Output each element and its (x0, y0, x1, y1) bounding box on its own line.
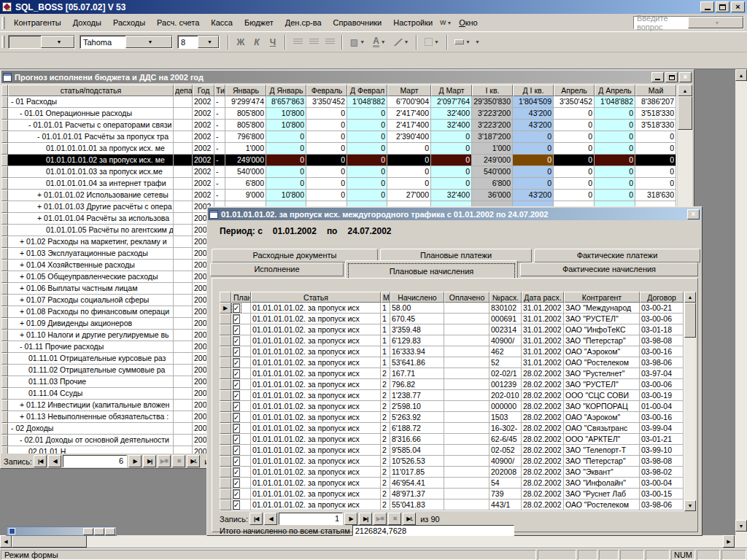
doc-number-cell[interactable]: 202-010 (489, 390, 522, 401)
row-selector[interactable] (1, 435, 8, 446)
row-selector[interactable] (220, 368, 231, 379)
article-cell[interactable]: + 01.13 Невыполненные обязяательства : (8, 411, 174, 423)
month-cell[interactable]: 2 (381, 379, 390, 390)
type-cell[interactable]: - (214, 190, 225, 201)
paid-cell[interactable] (444, 346, 489, 357)
value-cell[interactable]: 27'000 (387, 190, 431, 201)
value-cell[interactable]: 3'518'330 (635, 120, 676, 131)
row-selector[interactable] (220, 401, 231, 412)
align-left-button[interactable] (290, 35, 306, 50)
department-cell[interactable] (174, 120, 193, 131)
column-header[interactable]: Год (193, 85, 214, 96)
plan-cell[interactable]: ✓ (231, 379, 251, 390)
contractor-cell[interactable]: ЗАО "Петерстар" (564, 456, 640, 467)
nav-first-button[interactable]: |◀ (249, 513, 263, 525)
month-cell[interactable]: 2 (381, 401, 390, 412)
year-cell[interactable]: 2002 (193, 166, 214, 178)
year-cell[interactable]: 2002 (193, 120, 214, 131)
row-selector[interactable] (220, 478, 231, 489)
contractor-cell[interactable]: ЗАО "Инфолайн" (564, 478, 640, 489)
grid-row[interactable]: + 01.01.01.02 Использование сетевы2002-9… (1, 190, 677, 201)
doc-date-cell[interactable]: 28.02.2002 (522, 489, 564, 499)
contractor-cell[interactable]: ЗАО "Телепорт-Т (564, 445, 640, 456)
month-cell[interactable]: 2 (381, 478, 390, 489)
row-selector[interactable] (220, 434, 231, 445)
plan-cell[interactable]: ✓ (231, 445, 251, 456)
type-cell[interactable]: - (214, 155, 225, 166)
chevron-down-icon[interactable]: ▼ (125, 36, 172, 48)
month-cell[interactable]: 1 (381, 303, 390, 314)
department-cell[interactable] (174, 400, 193, 411)
nav-go-filter-button[interactable]: ▶!. (403, 513, 416, 525)
value-cell[interactable]: 0 (595, 131, 635, 143)
contract-cell[interactable]: 03-00-06 (640, 314, 684, 324)
accrued-cell[interactable]: 10'526.53 (390, 456, 444, 467)
department-cell[interactable] (174, 236, 193, 248)
row-selector[interactable] (1, 423, 8, 435)
paid-cell[interactable] (444, 412, 489, 423)
row-selector[interactable] (1, 108, 8, 120)
article-cell[interactable]: 01.01.01.01.02. за пропуск исх (251, 357, 381, 368)
paid-cell[interactable] (444, 314, 489, 324)
value-cell[interactable]: 0 (554, 178, 595, 190)
contractor-cell[interactable]: ЗАО "РУСТЕЛ" (564, 314, 640, 324)
checkbox-checked-icon[interactable]: ✓ (233, 325, 240, 335)
column-header[interactable]: Февраль (306, 85, 347, 96)
value-cell[interactable]: 249'000 (472, 155, 513, 166)
close-button[interactable]: × (731, 1, 745, 12)
value-cell[interactable]: 0 (306, 120, 347, 131)
month-cell[interactable]: 1 (381, 324, 390, 335)
chevron-down-icon[interactable]: ▼ (688, 17, 743, 28)
month-cell[interactable]: 1 (381, 335, 390, 346)
table-row[interactable]: ✓01.01.01.01.02. за пропуск исх116'333.9… (220, 346, 684, 357)
article-cell[interactable]: 01.11.01 Отрицательные курсовые раз (8, 353, 174, 365)
value-cell[interactable]: 36'000 (472, 190, 513, 201)
scroll-right-icon[interactable]: ▶ (723, 535, 735, 548)
word-publish-icon[interactable]: W▼ (438, 17, 453, 28)
minimize-button[interactable] (700, 1, 714, 12)
table-row[interactable]: ✓01.01.01.01.02. за пропуск исх22'598.10… (220, 401, 684, 412)
table-row[interactable]: ✓01.01.01.01.02. за пропуск исх16'129.83… (220, 335, 684, 346)
column-header[interactable]: Апрель (554, 85, 595, 96)
nav-next-button[interactable]: ▶ (128, 455, 142, 467)
checkbox-checked-icon[interactable]: ✓ (233, 456, 240, 466)
chevron-down-icon[interactable]: ▼ (198, 36, 219, 48)
value-cell[interactable]: 0 (306, 155, 347, 166)
value-cell[interactable]: 0 (266, 131, 306, 143)
table-row[interactable]: ✓01.01.01.01.02. за пропуск исх248'971.3… (220, 489, 684, 499)
nav-first-button[interactable]: |◀ (34, 455, 47, 467)
accrued-cell[interactable]: 55'041.83 (390, 499, 444, 510)
year-cell[interactable]: 2002 (193, 96, 214, 108)
accrued-cell[interactable]: 46'954.41 (390, 478, 444, 489)
article-cell[interactable]: - 01 Расходы (8, 96, 174, 108)
department-cell[interactable] (174, 295, 193, 306)
contractor-cell[interactable]: ОАО "Ростелеком (564, 357, 640, 368)
month-cell[interactable]: 2 (381, 489, 390, 499)
doc-number-cell[interactable]: 830102 (489, 303, 522, 314)
table-row[interactable]: ✓01.01.01.01.02. за пропуск исх28'316.66… (220, 434, 684, 445)
column-header[interactable]: Май (635, 85, 676, 96)
department-cell[interactable] (174, 306, 193, 318)
article-cell[interactable]: 01.01.01.01.02. за пропуск исх (251, 346, 381, 357)
contractor-cell[interactable]: ОАО "Связьтранс (564, 423, 640, 434)
contractor-cell[interactable]: ОАО "Аэроком" (564, 412, 640, 423)
restore-button[interactable] (716, 1, 729, 12)
column-header[interactable]: Д I кв. (513, 85, 554, 96)
doc-date-cell[interactable]: 28.02.2002 (522, 368, 564, 379)
grid-row[interactable]: 01.01.01.01.02 за пропуск исх. ме2002-24… (1, 155, 677, 166)
chevron-down-icon[interactable]: ▼ (41, 36, 74, 48)
column-header[interactable]: Ти (214, 85, 225, 96)
article-cell[interactable]: 01.11.04 Ссуды (8, 388, 174, 400)
contract-cell[interactable]: 03-00-19 (640, 390, 684, 401)
contract-cell[interactable]: 03-00-16 (640, 346, 684, 357)
article-cell[interactable]: - 02 Доходы (8, 423, 174, 435)
total-field[interactable]: 2126824,7628 (352, 525, 514, 536)
article-cell[interactable]: + 01.09 Дивиденды акционеров (8, 318, 174, 330)
value-cell[interactable]: 0 (431, 178, 472, 190)
doc-date-cell[interactable]: 31.01.2002 (522, 335, 564, 346)
contract-cell[interactable]: 03-99-10 (640, 445, 684, 456)
type-cell[interactable]: - (214, 131, 225, 143)
value-cell[interactable]: 3'350'452 (554, 96, 595, 108)
doc-date-cell[interactable]: 31.01.2002 (522, 314, 564, 324)
article-cell[interactable]: + 01.06 Выплаты частным лицам (8, 283, 174, 295)
